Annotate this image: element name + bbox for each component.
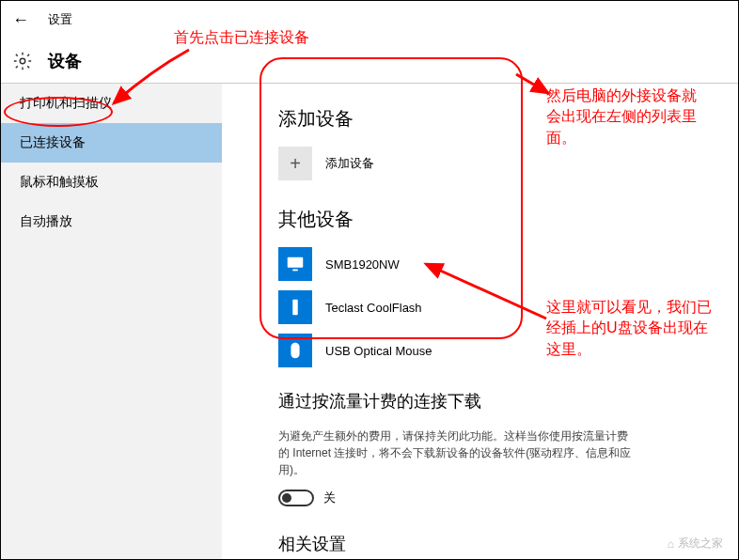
sidebar-item-connected-devices[interactable]: 已连接设备 bbox=[1, 123, 222, 163]
sidebar-item-printers[interactable]: 打印机和扫描仪 bbox=[1, 84, 222, 123]
svg-point-0 bbox=[20, 58, 25, 64]
device-label: Teclast CoolFlash bbox=[325, 301, 422, 315]
metered-download-desc: 为避免产生额外的费用，请保持关闭此功能。这样当你使用按流量计费的 Interne… bbox=[278, 428, 636, 478]
svg-rect-2 bbox=[292, 270, 298, 272]
related-settings-title: 相关设置 bbox=[278, 533, 700, 555]
svg-rect-1 bbox=[288, 257, 304, 268]
back-button[interactable]: ← bbox=[12, 10, 29, 30]
plus-icon: + bbox=[278, 147, 312, 180]
add-device-label: 添加设备 bbox=[325, 155, 374, 172]
sidebar-item-autoplay[interactable]: 自动播放 bbox=[1, 202, 222, 241]
add-device-title: 添加设备 bbox=[278, 106, 700, 132]
svg-rect-4 bbox=[294, 302, 295, 303]
sidebar-item-mouse-touchpad[interactable]: 鼠标和触摸板 bbox=[1, 163, 222, 202]
add-device-button[interactable]: + 添加设备 bbox=[278, 147, 700, 180]
device-label: USB Optical Mouse bbox=[325, 344, 432, 358]
other-devices-title: 其他设备 bbox=[278, 207, 700, 232]
sidebar: 打印机和扫描仪 已连接设备 鼠标和触摸板 自动播放 bbox=[1, 84, 222, 559]
content-panel: 添加设备 + 添加设备 其他设备 SMB1920NW Teclast CoolF… bbox=[222, 84, 738, 559]
device-row[interactable]: Teclast CoolFlash bbox=[278, 290, 700, 324]
header-title: 设置 bbox=[48, 11, 72, 28]
mouse-icon bbox=[278, 334, 312, 367]
device-label: SMB1920NW bbox=[325, 257, 400, 272]
toggle-label: 关 bbox=[323, 490, 336, 506]
metered-toggle[interactable] bbox=[278, 490, 314, 506]
usb-icon bbox=[278, 290, 312, 324]
toggle-knob bbox=[282, 493, 291, 503]
metered-download-title: 通过按流量计费的连接下载 bbox=[278, 390, 700, 412]
page-title: 设备 bbox=[48, 50, 82, 72]
monitor-icon bbox=[278, 247, 312, 281]
svg-rect-5 bbox=[295, 302, 296, 303]
device-row[interactable]: USB Optical Mouse bbox=[278, 334, 700, 367]
device-row[interactable]: SMB1920NW bbox=[278, 247, 700, 281]
gear-icon bbox=[12, 51, 33, 71]
